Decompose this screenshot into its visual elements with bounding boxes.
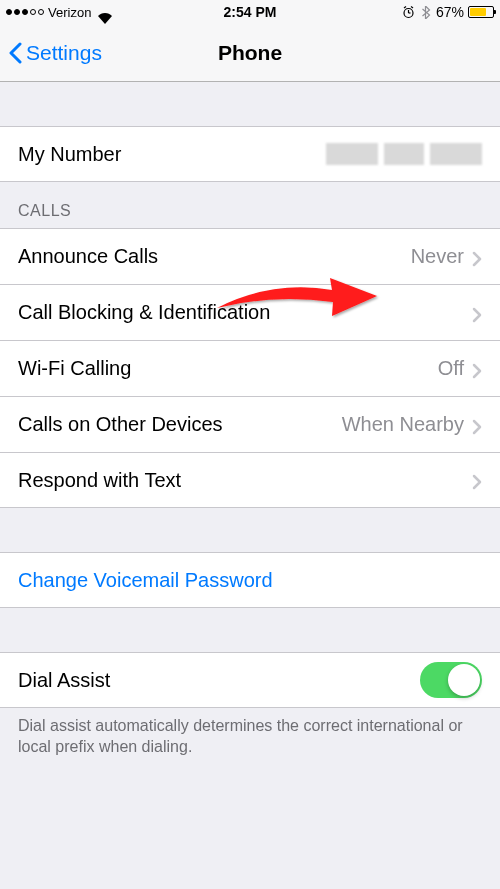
back-button[interactable]: Settings	[0, 41, 102, 65]
announce-calls-label: Announce Calls	[18, 245, 411, 268]
nav-bar: Settings Phone	[0, 24, 500, 82]
svg-line-4	[411, 6, 413, 8]
svg-line-3	[404, 6, 406, 8]
status-left: Verizon	[6, 5, 97, 20]
chevron-right-icon	[472, 305, 482, 321]
calls-other-devices-value: When Nearby	[342, 413, 464, 436]
chevron-right-icon	[472, 361, 482, 377]
my-number-value-redacted	[326, 143, 482, 165]
my-number-row[interactable]: My Number	[0, 126, 500, 182]
calls-group: Announce Calls Never Call Blocking & Ide…	[0, 228, 500, 508]
change-voicemail-password-label: Change Voicemail Password	[18, 569, 482, 592]
change-voicemail-password-row[interactable]: Change Voicemail Password	[0, 552, 500, 608]
dial-assist-group: Dial Assist	[0, 652, 500, 708]
respond-with-text-row[interactable]: Respond with Text	[0, 452, 500, 508]
calls-other-devices-row[interactable]: Calls on Other Devices When Nearby	[0, 396, 500, 452]
dial-assist-footer: Dial assist automatically determines the…	[0, 708, 500, 774]
my-number-group: My Number	[0, 126, 500, 182]
page-title: Phone	[218, 41, 282, 65]
carrier-label: Verizon	[48, 5, 91, 20]
chevron-right-icon	[472, 417, 482, 433]
toggle-knob	[448, 664, 480, 696]
calls-other-devices-label: Calls on Other Devices	[18, 413, 342, 436]
wifi-calling-value: Off	[438, 357, 464, 380]
status-bar: Verizon 2:54 PM 67%	[0, 0, 500, 24]
respond-with-text-label: Respond with Text	[18, 469, 472, 492]
bluetooth-icon	[419, 6, 432, 19]
alarm-icon	[402, 6, 415, 19]
voicemail-group: Change Voicemail Password	[0, 552, 500, 608]
signal-strength-icon	[6, 9, 44, 15]
clock-label: 2:54 PM	[224, 4, 277, 20]
dial-assist-toggle[interactable]	[420, 662, 482, 698]
chevron-left-icon	[8, 42, 22, 64]
wifi-calling-row[interactable]: Wi-Fi Calling Off	[0, 340, 500, 396]
status-right: 67%	[402, 4, 494, 20]
dial-assist-row: Dial Assist	[0, 652, 500, 708]
announce-calls-value: Never	[411, 245, 464, 268]
chevron-right-icon	[472, 249, 482, 265]
my-number-label: My Number	[18, 143, 326, 166]
call-blocking-row[interactable]: Call Blocking & Identification	[0, 284, 500, 340]
announce-calls-row[interactable]: Announce Calls Never	[0, 228, 500, 284]
battery-icon	[468, 6, 494, 18]
chevron-right-icon	[472, 472, 482, 488]
back-label: Settings	[26, 41, 102, 65]
call-blocking-label: Call Blocking & Identification	[18, 301, 472, 324]
battery-percent-label: 67%	[436, 4, 464, 20]
wifi-calling-label: Wi-Fi Calling	[18, 357, 438, 380]
dial-assist-label: Dial Assist	[18, 669, 420, 692]
calls-section-header: CALLS	[0, 182, 500, 228]
